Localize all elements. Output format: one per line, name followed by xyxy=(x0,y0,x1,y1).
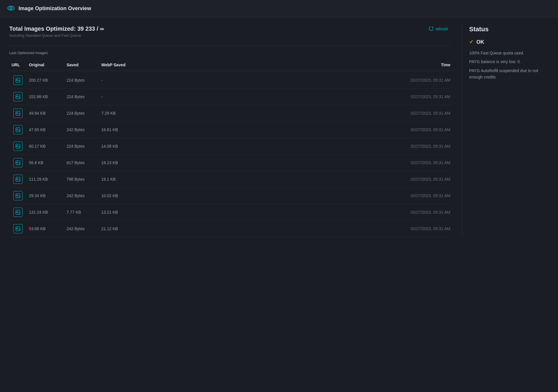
table-row: 60.17 KB 224 Bytes 14.08 KB 02/27/2023, … xyxy=(9,138,450,155)
image-icon xyxy=(13,76,23,85)
row-webp-saved: 10.02 KB xyxy=(99,192,137,200)
row-webp-saved: 14.08 KB xyxy=(99,142,137,150)
row-original: 49.84 KB xyxy=(27,109,64,117)
image-icon xyxy=(13,175,23,184)
image-icon xyxy=(13,224,23,233)
status-title: Status xyxy=(469,25,549,33)
status-ok: ✓ OK xyxy=(469,39,549,45)
image-icon xyxy=(13,125,23,134)
table-row: 47.65 KB 242 Bytes 16.61 KB 02/27/2023, … xyxy=(9,122,450,138)
row-url-icon xyxy=(9,90,27,103)
col-url: URL xyxy=(9,61,27,68)
page-title: Image Optimization Overview xyxy=(19,6,91,12)
row-url-icon xyxy=(9,140,27,153)
row-saved: 242 Bytes xyxy=(64,225,99,233)
row-webp-saved: - xyxy=(99,93,137,101)
table-row: 29.34 KB 242 Bytes 10.02 KB 02/27/2023, … xyxy=(9,188,450,204)
row-saved: 224 Bytes xyxy=(64,93,99,101)
table-row: 49.84 KB 224 Bytes 7.29 KB 02/27/2023, 0… xyxy=(9,105,450,122)
row-original: 60.17 KB xyxy=(27,142,64,150)
image-icon xyxy=(13,158,23,167)
eye-icon xyxy=(7,4,15,13)
table-row: 53.68 KB 242 Bytes 21.12 KB 02/27/2023, … xyxy=(9,221,450,237)
row-webp-saved: 21.12 KB xyxy=(99,225,137,233)
row-time: 02/27/2023, 05:31 AM xyxy=(137,126,450,134)
image-icon xyxy=(13,191,23,200)
row-webp-saved: 7.29 KB xyxy=(99,109,137,117)
row-saved: 224 Bytes xyxy=(64,142,99,150)
image-icon xyxy=(13,109,23,118)
status-message: 100% Fast Queue quota used. xyxy=(469,50,549,56)
row-time: 02/27/2023, 05:31 AM xyxy=(137,142,450,150)
row-saved: 242 Bytes xyxy=(64,126,99,134)
divider xyxy=(9,46,450,46)
col-saved: Saved xyxy=(64,61,99,68)
totals-header-row: Total Images Optimized: 39 233 / ∞ Inclu… xyxy=(9,25,450,45)
row-time: 02/27/2023, 05:31 AM xyxy=(137,225,450,233)
section-label: Last Optimized Images xyxy=(9,51,450,55)
table-row: 131.24 KB 7.77 KB 13.21 KB 02/27/2023, 0… xyxy=(9,204,450,221)
row-time: 02/27/2023, 05:31 AM xyxy=(137,109,450,117)
row-saved: 224 Bytes xyxy=(64,76,99,84)
right-panel: Status ✓ OK 100% Fast Queue quota used.P… xyxy=(462,25,549,237)
status-message: PAYG balance is very low: 0. xyxy=(469,58,549,65)
row-original: 131.24 KB xyxy=(27,208,64,216)
status-ok-label: OK xyxy=(476,39,484,45)
row-webp-saved: 19.1 KB xyxy=(99,175,137,183)
row-url-icon xyxy=(9,173,27,186)
row-url-icon xyxy=(9,107,27,120)
col-time: Time xyxy=(137,61,450,68)
left-panel: Total Images Optimized: 39 233 / ∞ Inclu… xyxy=(9,25,462,237)
status-message: PAYG AutoRefill suspended due to not eno… xyxy=(469,67,549,80)
table-row: 56.8 KB 617 Bytes 19.23 KB 02/27/2023, 0… xyxy=(9,155,450,171)
col-original: Original xyxy=(27,61,64,68)
row-original: 111.29 KB xyxy=(27,175,64,183)
row-original: 200.27 KB xyxy=(27,76,64,84)
total-images-subtitle: Including Standard Queue and Fast Queue xyxy=(9,33,104,38)
totals-info: Total Images Optimized: 39 233 / ∞ Inclu… xyxy=(9,25,104,45)
check-icon: ✓ xyxy=(469,39,473,45)
row-url-icon xyxy=(9,206,27,219)
row-original: 56.8 KB xyxy=(27,159,64,167)
row-url-icon xyxy=(9,156,27,169)
table-row: 200.27 KB 224 Bytes - 02/27/2023, 05:31 … xyxy=(9,72,450,89)
row-saved: 224 Bytes xyxy=(64,109,99,117)
row-webp-saved: 19.23 KB xyxy=(99,159,137,167)
row-original: 47.65 KB xyxy=(27,126,64,134)
row-time: 02/27/2023, 05:31 AM xyxy=(137,93,450,101)
row-time: 02/27/2023, 05:31 AM xyxy=(137,159,450,167)
image-icon xyxy=(13,92,23,101)
image-icon xyxy=(13,142,23,151)
row-webp-saved: 16.61 KB xyxy=(99,126,137,134)
row-original: 152.88 KB xyxy=(27,93,64,101)
refresh-icon xyxy=(429,27,434,31)
row-time: 02/27/2023, 05:31 AM xyxy=(137,175,450,183)
row-original: 29.34 KB xyxy=(27,192,64,200)
row-time: 02/27/2023, 05:31 AM xyxy=(137,192,450,200)
col-webp-saved: WebP Saved xyxy=(99,61,137,68)
refresh-button[interactable]: refresh xyxy=(427,25,450,32)
image-icon xyxy=(13,208,23,217)
table-header: URL Original Saved WebP Saved Time xyxy=(9,59,450,71)
refresh-label: refresh xyxy=(435,27,448,31)
total-images-title: Total Images Optimized: 39 233 / ∞ xyxy=(9,25,104,32)
row-url-icon xyxy=(9,74,27,87)
row-saved: 242 Bytes xyxy=(64,192,99,200)
table-row: 111.29 KB 798 Bytes 19.1 KB 02/27/2023, … xyxy=(9,171,450,188)
svg-point-2 xyxy=(11,8,12,9)
table-body: 200.27 KB 224 Bytes - 02/27/2023, 05:31 … xyxy=(9,72,450,237)
main-content: Total Images Optimized: 39 233 / ∞ Inclu… xyxy=(0,17,558,245)
row-saved: 798 Bytes xyxy=(64,175,99,183)
row-time: 02/27/2023, 05:31 AM xyxy=(137,208,450,216)
status-messages: 100% Fast Queue quota used.PAYG balance … xyxy=(469,50,549,80)
row-saved: 7.77 KB xyxy=(64,208,99,216)
row-url-icon xyxy=(9,222,27,235)
row-webp-saved: - xyxy=(99,76,137,84)
row-url-icon xyxy=(9,123,27,136)
row-url-icon xyxy=(9,189,27,202)
row-saved: 617 Bytes xyxy=(64,159,99,167)
row-original: 53.68 KB xyxy=(27,225,64,233)
row-webp-saved: 13.21 KB xyxy=(99,208,137,216)
row-time: 02/27/2023, 05:31 AM xyxy=(137,76,450,84)
table-row: 152.88 KB 224 Bytes - 02/27/2023, 05:31 … xyxy=(9,89,450,105)
